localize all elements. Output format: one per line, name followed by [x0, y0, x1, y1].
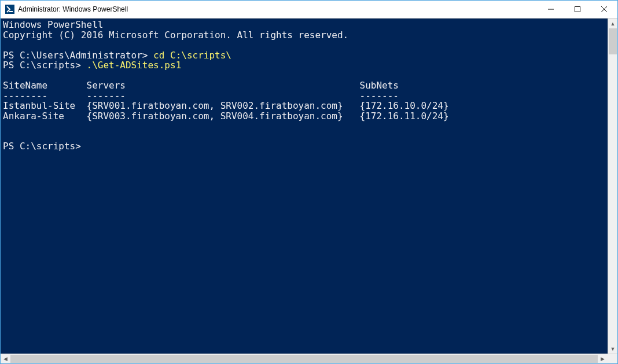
scroll-up-button[interactable]: ▲	[608, 19, 617, 28]
prompt-1: PS C:\Users\Administrator>	[3, 50, 153, 61]
command-2: .\Get-ADSites.ps1	[87, 60, 182, 71]
terminal-container: Windows PowerShell Copyright (C) 2016 Mi…	[1, 19, 617, 354]
maximize-button[interactable]	[564, 1, 591, 18]
table-divider: -------- ------- -------	[3, 90, 399, 101]
window-controls	[538, 1, 617, 18]
horizontal-scroll-thumb[interactable]	[10, 355, 598, 363]
powershell-icon	[5, 5, 14, 14]
prompt-2: PS C:\scripts>	[3, 60, 87, 71]
vertical-scrollbar[interactable]: ▲ ▼	[608, 19, 617, 354]
horizontal-scroll-track[interactable]	[10, 354, 598, 363]
vertical-scroll-thumb[interactable]	[609, 28, 617, 54]
scroll-down-button[interactable]: ▼	[608, 344, 617, 354]
scrollbar-corner	[608, 354, 617, 364]
close-button[interactable]	[591, 1, 617, 18]
scroll-left-button[interactable]: ◀	[1, 354, 10, 363]
svg-rect-1	[575, 7, 580, 12]
table-row: Istanbul-Site {SRV001.firatboyan.com, SR…	[3, 100, 449, 111]
horizontal-scrollbar[interactable]: ◀ ▶	[1, 354, 617, 363]
titlebar[interactable]: Administrator: Windows PowerShell	[1, 1, 617, 19]
window-title: Administrator: Windows PowerShell	[18, 5, 538, 13]
banner-line-2: Copyright (C) 2016 Microsoft Corporation…	[3, 30, 348, 41]
table-row: Ankara-Site {SRV003.firatboyan.com, SRV0…	[3, 111, 449, 122]
banner-line-1: Windows PowerShell	[3, 19, 103, 30]
terminal-output[interactable]: Windows PowerShell Copyright (C) 2016 Mi…	[1, 19, 608, 354]
table-header: SiteName Servers SubNets	[3, 80, 399, 91]
minimize-button[interactable]	[538, 1, 564, 18]
scroll-right-button[interactable]: ▶	[598, 354, 608, 363]
command-1: cd C:\scripts\	[153, 50, 231, 61]
prompt-3: PS C:\scripts>	[3, 141, 81, 152]
